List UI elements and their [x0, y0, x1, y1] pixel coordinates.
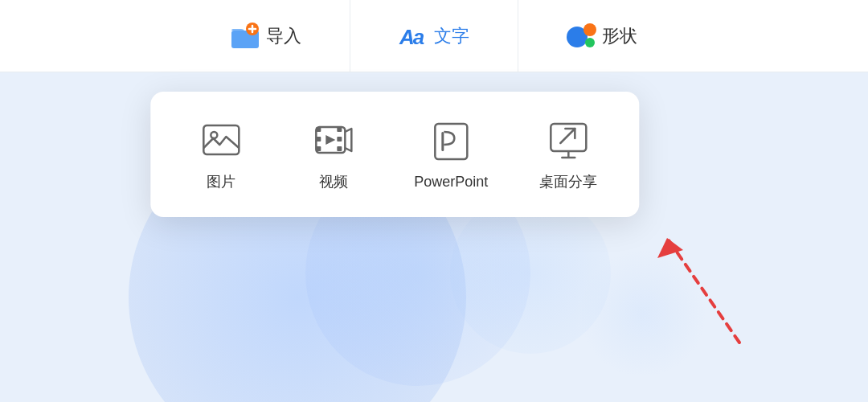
shape-icon: [567, 22, 596, 51]
svg-rect-18: [435, 124, 467, 159]
content-area: 图片 视频: [0, 72, 868, 402]
svg-point-9: [211, 132, 217, 138]
svg-marker-17: [326, 135, 335, 145]
svg-line-24: [560, 129, 575, 143]
toolbar-item-import[interactable]: 导入: [182, 0, 350, 72]
ppt-label: PowerPoint: [414, 174, 488, 191]
svg-rect-15: [337, 137, 342, 142]
import-icon: [231, 22, 260, 51]
import-label: 导入: [266, 24, 301, 48]
image-icon: [199, 117, 244, 162]
svg-rect-19: [441, 132, 444, 151]
svg-marker-26: [657, 238, 683, 258]
svg-rect-8: [203, 125, 239, 154]
import-dropdown: 图片 视频: [150, 92, 639, 217]
toolbar-item-text[interactable]: Aa 文字: [350, 0, 518, 72]
dropdown-item-desktop-share[interactable]: 桌面分享: [536, 117, 600, 191]
svg-rect-13: [316, 146, 321, 151]
desktop-share-label: 桌面分享: [539, 172, 597, 191]
svg-rect-12: [316, 137, 321, 142]
shape-label: 形状: [602, 24, 637, 48]
svg-text:Aa: Aa: [399, 25, 424, 49]
dropdown-item-video[interactable]: 视频: [301, 117, 366, 191]
svg-rect-16: [337, 146, 342, 151]
svg-rect-14: [337, 127, 342, 132]
toolbar: 导入 Aa 文字 形状: [0, 0, 868, 72]
dropdown-item-ppt[interactable]: PowerPoint: [414, 119, 488, 191]
desktop-icon: [546, 117, 591, 162]
svg-point-6: [583, 23, 596, 36]
video-label: 视频: [319, 172, 348, 191]
svg-rect-11: [316, 127, 321, 132]
dropdown-item-image[interactable]: 图片: [189, 117, 253, 191]
toolbar-item-shape[interactable]: 形状: [518, 0, 686, 72]
video-icon: [311, 117, 356, 162]
arrow-annotation: [627, 190, 755, 354]
ppt-icon: [428, 119, 473, 164]
image-label: 图片: [207, 172, 235, 191]
svg-point-7: [585, 38, 595, 47]
svg-line-25: [667, 238, 739, 343]
text-label: 文字: [434, 24, 469, 48]
text-icon: Aa: [399, 22, 428, 51]
